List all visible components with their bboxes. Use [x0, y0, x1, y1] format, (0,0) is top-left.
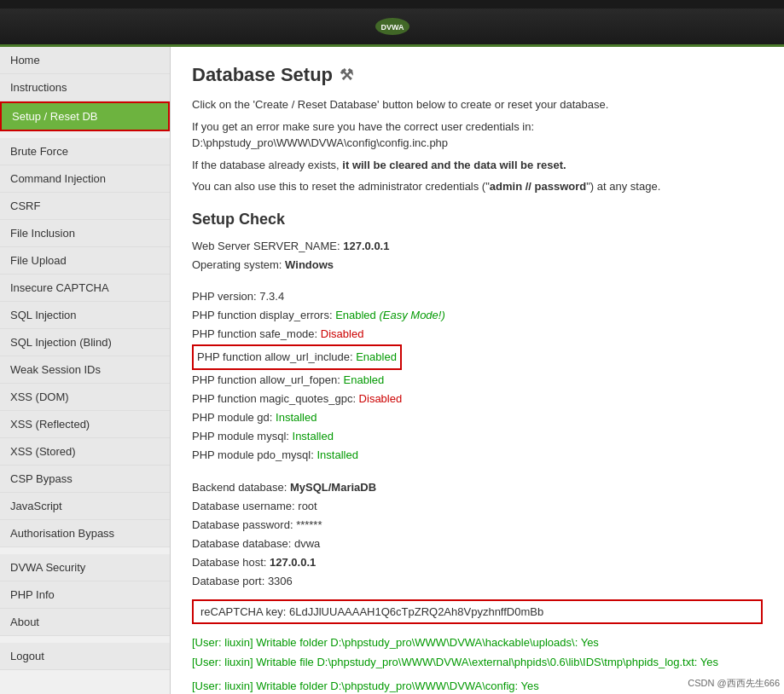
php-mysql-row: PHP module mysql: Installed: [192, 427, 763, 446]
header-logo: DVWA: [367, 12, 418, 42]
php-version-row: PHP version: 7.3.4: [192, 287, 763, 306]
page-title: Database Setup ⚒: [192, 64, 763, 86]
sidebar-item-file-upload[interactable]: File Upload: [0, 247, 170, 275]
db-host-row: Database host: 127.0.0.1: [192, 553, 763, 572]
sidebar-item-php-info[interactable]: PHP Info: [0, 581, 170, 609]
svg-text:DVWA: DVWA: [380, 23, 404, 32]
sidebar-item-csrf[interactable]: CSRF: [0, 193, 170, 220]
sidebar-item-file-inclusion[interactable]: File Inclusion: [0, 220, 170, 247]
sidebar-item-instructions[interactable]: Instructions: [0, 74, 170, 101]
db-port-row: Database port: 3306: [192, 572, 763, 591]
sidebar-item-csp-bypass[interactable]: CSP Bypass: [0, 466, 170, 493]
sidebar-item-setup-reset-db[interactable]: Setup / Reset DB: [0, 101, 170, 131]
sidebar-item-dvwa-security[interactable]: DVWA Security: [0, 554, 170, 581]
top-bar: [0, 0, 784, 9]
sidebar-item-logout[interactable]: Logout: [0, 643, 170, 670]
os-row: Operating system: Windows: [192, 256, 763, 275]
sidebar-gap-1: [0, 131, 170, 138]
sidebar-item-about[interactable]: About: [0, 609, 170, 636]
recaptcha-box: reCAPTCHA key: 6LdJJlUUAAAAH1Q6cTpZRQ2Ah…: [192, 599, 763, 624]
intro-line-4: You can also use this to reset the admin…: [192, 178, 763, 195]
sidebar-item-brute-force[interactable]: Brute Force: [0, 138, 170, 165]
intro-line-1: Click on the 'Create / Reset Database' b…: [192, 96, 763, 113]
php-pdo-row: PHP module pdo_mysql: Installed: [192, 446, 763, 465]
setup-check-title: Setup Check: [192, 211, 763, 228]
main-container: Home Instructions Setup / Reset DB Brute…: [0, 47, 784, 694]
sidebar-item-command-injection[interactable]: Command Injection: [0, 165, 170, 193]
backend-db-row: Backend database: MySQL/MariaDB: [192, 478, 763, 497]
sidebar-item-xss-reflected[interactable]: XSS (Reflected): [0, 411, 170, 438]
php-allow-url-fopen-row: PHP function allow_url_fopen: Enabled: [192, 371, 763, 390]
sidebar-item-weak-session-ids[interactable]: Weak Session IDs: [0, 356, 170, 384]
db-database-row: Database database: dvwa: [192, 535, 763, 553]
sidebar-item-authorisation-bypass[interactable]: Authorisation Bypass: [0, 520, 170, 547]
writable-section: [User: liuxin] Writable folder D:\phpstu…: [192, 633, 763, 673]
sidebar-gap-2: [0, 547, 170, 554]
intro-line-2: If you get an error make sure you have t…: [192, 119, 763, 152]
php-magic-quotes-row: PHP function magic_quotes_gpc: Disabled: [192, 390, 763, 408]
db-password-row: Database password: ******: [192, 516, 763, 535]
sidebar: Home Instructions Setup / Reset DB Brute…: [0, 47, 171, 694]
sidebar-item-xss-dom[interactable]: XSS (DOM): [0, 384, 170, 411]
sidebar-item-sql-injection[interactable]: SQL Injection: [0, 302, 170, 329]
writable-row-3: [User: liuxin] Writable folder D:\phpstu…: [192, 680, 763, 692]
php-gd-row: PHP module gd: Installed: [192, 408, 763, 427]
writable-row-2: [User: liuxin] Writable file D:\phpstudy…: [192, 652, 763, 672]
intro-line-3: If the database already exists, it will …: [192, 157, 763, 174]
writable-row-1: [User: liuxin] Writable folder D:\phpstu…: [192, 633, 763, 652]
header: DVWA: [0, 9, 784, 47]
allow-url-include-box: PHP function allow_url_include: Enabled: [192, 344, 402, 370]
sidebar-gap-3: [0, 636, 170, 643]
sidebar-item-insecure-captcha[interactable]: Insecure CAPTCHA: [0, 275, 170, 302]
db-username-row: Database username: root: [192, 497, 763, 516]
sidebar-item-javascript[interactable]: JavaScript: [0, 493, 170, 520]
server-name-row: Web Server SERVER_NAME: 127.0.0.1: [192, 237, 763, 256]
sidebar-item-sql-injection-blind[interactable]: SQL Injection (Blind): [0, 329, 170, 356]
watermark: CSDN @西西先生666: [688, 677, 780, 690]
main-content: Database Setup ⚒ Click on the 'Create / …: [171, 47, 784, 694]
tool-icon: ⚒: [340, 66, 353, 84]
php-safe-mode-row: PHP function safe_mode: Disabled: [192, 325, 763, 344]
php-display-errors-row: PHP function display_errors: Enabled (Ea…: [192, 306, 763, 325]
sidebar-item-home[interactable]: Home: [0, 47, 170, 74]
sidebar-item-xss-stored[interactable]: XSS (Stored): [0, 438, 170, 466]
